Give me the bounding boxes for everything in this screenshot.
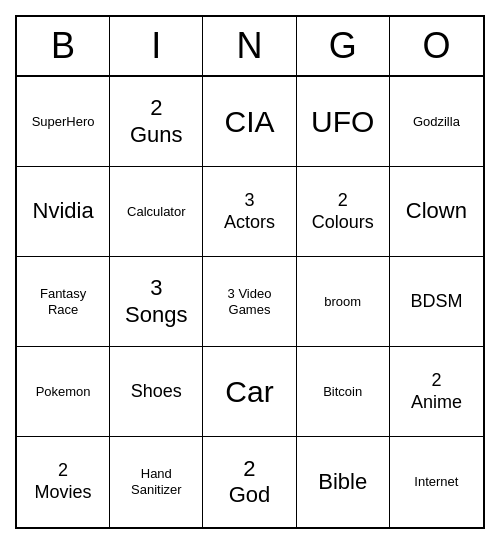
bingo-cell: Pokemon bbox=[17, 347, 110, 437]
bingo-cell: UFO bbox=[297, 77, 390, 167]
bingo-cell: broom bbox=[297, 257, 390, 347]
bingo-cell: HandSanitizer bbox=[110, 437, 203, 527]
header-letter: G bbox=[297, 17, 390, 75]
bingo-cell: Nvidia bbox=[17, 167, 110, 257]
bingo-cell: Clown bbox=[390, 167, 483, 257]
header-letter: I bbox=[110, 17, 203, 75]
bingo-cell: 2Movies bbox=[17, 437, 110, 527]
bingo-cell: 3Songs bbox=[110, 257, 203, 347]
bingo-cell: Bible bbox=[297, 437, 390, 527]
header-letter: O bbox=[390, 17, 483, 75]
bingo-cell: Car bbox=[203, 347, 296, 437]
bingo-grid: SuperHero2GunsCIAUFOGodzillaNvidiaCalcul… bbox=[17, 77, 483, 527]
bingo-cell: Shoes bbox=[110, 347, 203, 437]
bingo-cell: CIA bbox=[203, 77, 296, 167]
bingo-cell: 2Anime bbox=[390, 347, 483, 437]
bingo-cell: SuperHero bbox=[17, 77, 110, 167]
bingo-cell: BDSM bbox=[390, 257, 483, 347]
bingo-cell: 3 VideoGames bbox=[203, 257, 296, 347]
bingo-card: BINGO SuperHero2GunsCIAUFOGodzillaNvidia… bbox=[15, 15, 485, 529]
bingo-cell: 2Guns bbox=[110, 77, 203, 167]
bingo-header: BINGO bbox=[17, 17, 483, 77]
bingo-cell: FantasyRace bbox=[17, 257, 110, 347]
bingo-cell: Calculator bbox=[110, 167, 203, 257]
bingo-cell: Bitcoin bbox=[297, 347, 390, 437]
bingo-cell: 2God bbox=[203, 437, 296, 527]
header-letter: N bbox=[203, 17, 296, 75]
header-letter: B bbox=[17, 17, 110, 75]
bingo-cell: Godzilla bbox=[390, 77, 483, 167]
bingo-cell: 3Actors bbox=[203, 167, 296, 257]
bingo-cell: 2Colours bbox=[297, 167, 390, 257]
bingo-cell: Internet bbox=[390, 437, 483, 527]
